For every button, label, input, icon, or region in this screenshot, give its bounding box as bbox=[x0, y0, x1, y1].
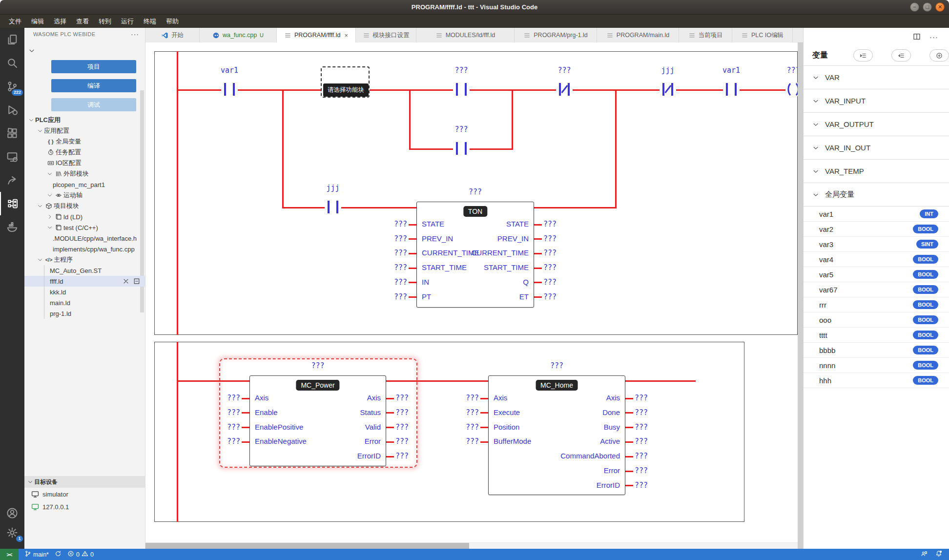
input-pin-value[interactable]: ??? bbox=[385, 292, 407, 301]
contact-var1-2-no-contact[interactable] bbox=[723, 83, 740, 96]
variable-row-rrr[interactable]: rrrBOOL bbox=[804, 297, 949, 312]
variable-row-var3[interactable]: var3SINT bbox=[804, 237, 949, 252]
variable-row-var67[interactable]: var67BOOL bbox=[804, 282, 949, 297]
menu-item-terminal[interactable]: 终端 bbox=[139, 15, 161, 28]
editor-vertical-scrollbar[interactable] bbox=[798, 42, 803, 549]
output-pin-value[interactable]: ??? bbox=[395, 437, 418, 446]
output-pin-value[interactable]: ??? bbox=[543, 234, 566, 243]
menu-item-view[interactable]: 查看 bbox=[71, 15, 94, 28]
output-pin-value[interactable]: ??? bbox=[635, 408, 657, 417]
output-pin-value[interactable]: ??? bbox=[395, 452, 418, 460]
more-icon[interactable]: ··· bbox=[929, 33, 938, 41]
sidebar-button-1[interactable]: 编译 bbox=[51, 79, 136, 92]
chevron-down-icon[interactable] bbox=[46, 192, 54, 198]
tree-item--[interactable]: { }全局变量 bbox=[24, 136, 145, 147]
variable-row-tttt[interactable]: ttttBOOL bbox=[804, 328, 949, 343]
menu-item-edit[interactable]: 编辑 bbox=[26, 15, 49, 28]
output-pin-value[interactable]: ??? bbox=[635, 466, 657, 475]
output-pin-value[interactable]: ??? bbox=[543, 278, 566, 287]
output-pin-value[interactable]: ??? bbox=[635, 437, 657, 446]
input-pin-value[interactable]: ??? bbox=[385, 249, 407, 257]
tree-item-ld-LD-[interactable]: ld (LD) bbox=[24, 211, 145, 222]
chevron-down-icon[interactable] bbox=[27, 117, 35, 123]
tab--[interactable]: 当前项目 bbox=[679, 28, 732, 42]
activitybar-share-icon[interactable] bbox=[0, 168, 24, 192]
remote-indicator[interactable]: >< bbox=[0, 549, 19, 560]
activitybar-settings-gear-icon[interactable]: 1 bbox=[0, 521, 24, 544]
tree-item-.MODULE-cpp-wa_interface.h[interactable]: .MODULE/cpp/wa_interface.h bbox=[24, 233, 145, 244]
tree-item-plcopen_mc_part1[interactable]: plcopen_mc_part1 bbox=[24, 179, 145, 190]
tab-MODULES-ld-fff.ld[interactable]: MODULES/ld/fff.ld bbox=[416, 28, 515, 42]
tree-item-kkk.ld[interactable]: kkk.ld bbox=[24, 287, 145, 297]
output-pin-value[interactable]: ??? bbox=[635, 452, 657, 460]
var-section-VAR_TEMP[interactable]: VAR_TEMP bbox=[804, 160, 949, 183]
contact-q1-no-contact[interactable] bbox=[453, 83, 470, 96]
variable-row-hhh[interactable]: hhhBOOL bbox=[804, 373, 949, 388]
input-pin-value[interactable]: ??? bbox=[385, 234, 407, 243]
activitybar-search-icon[interactable] bbox=[0, 51, 24, 75]
var-section-VAR_OUTPUT[interactable]: VAR_OUTPUT bbox=[804, 113, 949, 136]
var-section-VAR[interactable]: VAR bbox=[804, 66, 949, 89]
tree-item--[interactable]: 外部模块 bbox=[24, 168, 145, 179]
variable-row-var1[interactable]: var1INT bbox=[804, 207, 949, 222]
tab-PROGRAM-main.ld[interactable]: PROGRAM/main.ld bbox=[597, 28, 679, 42]
split-editor-icon[interactable] bbox=[913, 33, 921, 41]
chevron-down-icon[interactable] bbox=[36, 203, 44, 209]
minimize-button[interactable]: − bbox=[910, 2, 919, 12]
close-icon[interactable] bbox=[123, 278, 129, 285]
box-minus-icon[interactable] bbox=[133, 278, 140, 285]
var-section-全局变量[interactable]: 全局变量 bbox=[804, 183, 949, 207]
input-pin-value[interactable]: ??? bbox=[385, 278, 407, 287]
problems-indicator[interactable]: 0 0 bbox=[67, 550, 94, 559]
chevron-down-icon[interactable] bbox=[46, 225, 54, 230]
variable-row-var5[interactable]: var5BOOL bbox=[804, 267, 949, 282]
tab-PROGRAM-prg-1.ld[interactable]: PROGRAM/prg-1.ld bbox=[515, 28, 597, 42]
activitybar-run-debug-icon[interactable] bbox=[0, 98, 24, 122]
variable-row-var2[interactable]: var2BOOL bbox=[804, 222, 949, 237]
tree-item-test-C-C-[interactable]: test (C/C++) bbox=[24, 222, 145, 233]
activitybar-docker-icon[interactable] bbox=[0, 215, 24, 239]
tree-item-prg-1.ld[interactable]: prg-1.ld bbox=[24, 308, 145, 319]
tree-item--[interactable]: 应用配置 bbox=[24, 125, 145, 136]
activitybar-remote-explorer-icon[interactable] bbox=[0, 145, 24, 168]
output-pin-value[interactable]: ??? bbox=[635, 394, 657, 402]
add-variable-icon[interactable] bbox=[929, 49, 949, 62]
mc-home-block[interactable]: MC_Home???Axis???Execute???Position???Bu… bbox=[488, 375, 625, 495]
tab-PLC-IO-[interactable]: PLC IO编辑 bbox=[732, 28, 793, 42]
feedback-icon[interactable] bbox=[921, 550, 928, 559]
sidebar-collapse-icon[interactable] bbox=[28, 47, 35, 56]
input-pin-value[interactable]: ??? bbox=[456, 423, 479, 432]
output-pin-value[interactable]: ??? bbox=[395, 394, 418, 402]
menu-item-goto[interactable]: 转到 bbox=[94, 15, 116, 28]
devices-header[interactable]: 目标设备 bbox=[24, 476, 145, 488]
variable-row-var4[interactable]: var4BOOL bbox=[804, 252, 949, 267]
tab--[interactable]: 模块接口设置 bbox=[356, 28, 416, 42]
tree-item--[interactable]: 运动轴 bbox=[24, 190, 145, 201]
ton-block[interactable]: TON???STATE???PREV_IN???CURRENT_TIME???S… bbox=[416, 202, 534, 308]
input-pin-value[interactable]: ??? bbox=[456, 408, 479, 417]
tree-item-main.ld[interactable]: main.ld bbox=[24, 297, 145, 308]
input-pin-value[interactable]: ??? bbox=[385, 263, 407, 272]
output-pin-value[interactable]: ??? bbox=[395, 423, 418, 432]
output-pin-value[interactable]: ??? bbox=[635, 423, 657, 432]
tab-PROGRAM-ffff.ld[interactable]: PROGRAM/ffff.ld× bbox=[277, 28, 356, 42]
expand-all-icon[interactable] bbox=[891, 49, 911, 62]
device-simulator[interactable]: simulator bbox=[24, 488, 145, 500]
menu-item-file[interactable]: 文件 bbox=[4, 15, 26, 28]
variable-row-ooo[interactable]: oooBOOL bbox=[804, 312, 949, 328]
input-pin-value[interactable]: ??? bbox=[385, 220, 407, 228]
menu-item-help[interactable]: 帮助 bbox=[161, 15, 184, 28]
ladder-canvas[interactable]: var1??????jjjvar1??????jjj请选择功能块TON???ST… bbox=[145, 42, 803, 549]
tree-item-ffff.ld[interactable]: ffff.ld bbox=[24, 276, 145, 287]
contact-jjj-no-contact[interactable] bbox=[325, 201, 341, 213]
tree-item-PLC-[interactable]: PLC应用 bbox=[24, 115, 145, 125]
output-pin-value[interactable]: ??? bbox=[543, 263, 566, 272]
input-pin-value[interactable]: ??? bbox=[218, 394, 240, 402]
var-section-VAR_IN_OUT[interactable]: VAR_IN_OUT bbox=[804, 136, 949, 160]
variable-row-nnnn[interactable]: nnnnBOOL bbox=[804, 358, 949, 373]
collapse-all-icon[interactable] bbox=[853, 49, 873, 62]
input-pin-value[interactable]: ??? bbox=[456, 437, 479, 446]
var-section-VAR_INPUT[interactable]: VAR_INPUT bbox=[804, 89, 949, 113]
tab-close-icon[interactable]: × bbox=[344, 32, 348, 39]
contact-jjj-nc-nc-contact[interactable] bbox=[660, 83, 676, 96]
